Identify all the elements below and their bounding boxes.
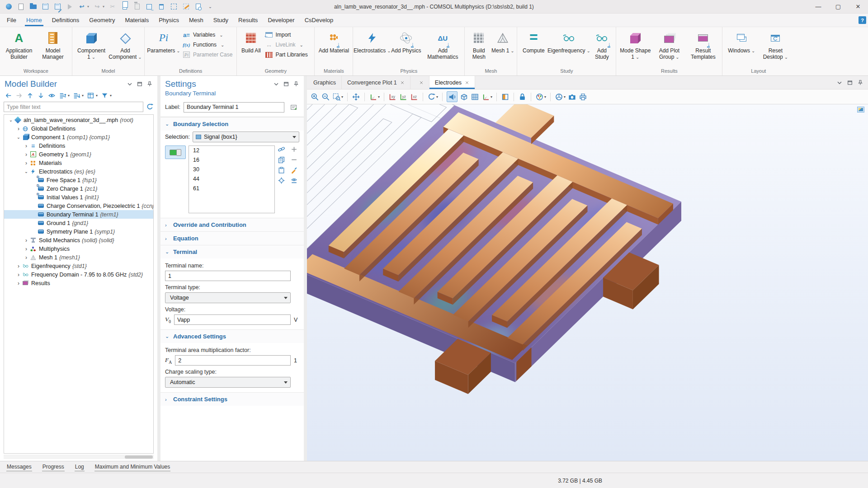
tree-item-eigenfrequency[interactable]: Eigenfrequency{std1} [4,262,153,270]
voltage-input[interactable] [174,314,291,325]
section-terminal[interactable]: ⌄Terminal [160,245,304,258]
tree-item-ground-1[interactable]: Ground 1{gnd1} [4,219,153,227]
maximize-panel-icon[interactable] [137,81,143,87]
tab-progress[interactable]: Progress [42,463,65,471]
expand-icon[interactable] [15,263,22,269]
axes-orientation-button[interactable] [481,93,490,101]
back-button[interactable] [5,92,12,99]
undo-dropdown-icon[interactable]: ▾ [87,5,89,9]
scene-light-button[interactable] [460,93,468,101]
panel-splitter[interactable] [304,76,307,461]
factor-input[interactable] [175,355,291,366]
print-button[interactable] [579,93,587,101]
mesh-1-button[interactable]: Mesh 1 [491,28,514,54]
update-button[interactable] [555,93,563,101]
selection-list[interactable]: 12 16 30 44 61 [189,145,275,213]
build-mesh-button[interactable]: Build Mesh [467,28,491,60]
menu-geometry[interactable]: Geometry [84,14,120,27]
tree-item-electrostatics[interactable]: Electrostatics(es) {es} [4,167,153,176]
expand-icon[interactable] [23,246,29,252]
menu-mesh[interactable]: Mesh [184,14,208,27]
new-button[interactable] [17,3,25,11]
cut-button[interactable]: ✂ [108,3,117,11]
clear-selection-button[interactable] [182,3,190,11]
selection-list-item[interactable]: 30 [189,165,274,174]
selection-list-item[interactable]: 44 [189,174,274,184]
sort-descending-button[interactable] [73,92,80,99]
maximize-panel-icon[interactable] [283,81,289,87]
collapse-icon[interactable] [8,117,14,122]
expand-icon[interactable] [15,280,22,286]
tree-item-charge-conservation[interactable]: Charge Conservation, Piezoelectric 1{ccn… [4,202,153,210]
collapse-icon[interactable] [15,135,22,140]
tree-item-geometry-1[interactable]: Geometry 1{geom1} [4,150,153,159]
menu-file[interactable]: File [2,14,21,27]
undo-button[interactable]: ↩ [78,3,86,11]
application-builder-button[interactable]: Application Builder [2,28,36,60]
save-button[interactable] [41,3,49,11]
expand-icon[interactable] [23,143,29,149]
panel-splitter[interactable] [157,76,160,461]
section-constraint[interactable]: ›Constraint Settings [160,392,304,406]
tree-item-initial-values-1[interactable]: Initial Values 1{init1} [4,193,153,202]
save-as-button[interactable] [53,3,61,11]
transparency-button[interactable] [447,91,458,102]
close-icon[interactable] [465,80,469,85]
maximize-panel-icon[interactable] [847,80,853,86]
model-manager-button[interactable]: Model Manager [36,28,70,60]
delete-button[interactable] [157,3,165,11]
snapshot-button[interactable] [568,93,576,101]
view-xz-button[interactable] [410,93,419,101]
expand-icon[interactable] [15,272,22,278]
refresh-icon[interactable] [146,103,154,111]
selection-select[interactable]: Signal {box1} [193,131,299,142]
tab-electrodes[interactable]: Electrodes [429,76,475,89]
section-advanced[interactable]: ⌄Advanced Settings [160,329,304,343]
paste-selection-button[interactable] [278,166,285,174]
tree-item-component-1[interactable]: Component 1(comp1) {comp1} [4,133,153,141]
activate-selection-button[interactable] [290,166,298,174]
node-display-button[interactable] [87,92,94,99]
run-button[interactable] [66,3,74,11]
tab-log[interactable]: Log [75,463,85,471]
build-all-button[interactable]: Build All [239,28,263,54]
help-icon[interactable] [859,16,866,24]
parameters-button[interactable]: Parameters [147,28,180,54]
horizontal-scrollbar[interactable] [4,455,154,459]
chevron-down-icon[interactable] [127,81,133,87]
tree-item-free-space-1[interactable]: Free Space 1{fsp1} [4,176,153,184]
livelink-button[interactable]: LiveLink [265,41,310,49]
reset-desktop-button[interactable]: Reset Desktop [759,28,792,61]
move-up-button[interactable] [26,92,34,99]
eigenfrequency-button[interactable]: Eigenfrequency [548,28,590,54]
forward-button[interactable] [15,92,23,99]
label-input[interactable] [184,102,284,113]
expand-icon[interactable] [23,237,29,244]
filter-button[interactable] [101,92,108,99]
duplicate-button[interactable] [145,3,153,11]
selection-list-item[interactable]: 12 [189,146,274,155]
add-study-button[interactable]: ↓Add Study [590,28,613,60]
import-button[interactable]: Import [265,31,310,39]
collapse-selection-button[interactable] [290,177,298,184]
pin-icon[interactable] [293,81,299,87]
zoom-extents-button[interactable] [352,93,360,101]
copy-selection-button[interactable] [278,156,285,164]
add-material-button[interactable]: ↓Add Material [317,28,350,54]
view-xy-button[interactable] [388,93,397,101]
add-physics-button[interactable]: ↓Add Physics [389,28,423,54]
tree-item-solid-mechanics[interactable]: Solid Mechanics(solid) {solid} [4,236,153,244]
move-down-button[interactable] [37,92,45,99]
selection-active-toggle[interactable] [165,145,186,159]
zoom-out-button[interactable] [321,93,330,101]
collapse-icon[interactable] [23,169,29,174]
copy-button[interactable] [121,3,129,11]
chevron-down-icon[interactable] [836,80,843,86]
paste-button[interactable] [133,3,141,11]
chevron-down-icon[interactable] [273,81,279,87]
charge-scaling-select[interactable]: Automatic [165,377,291,388]
toolbar-options-button[interactable]: ⌄ [206,3,214,11]
variables-button[interactable]: Variables [183,31,232,39]
compute-button[interactable]: Compute [519,28,547,54]
close-icon[interactable] [400,80,405,85]
